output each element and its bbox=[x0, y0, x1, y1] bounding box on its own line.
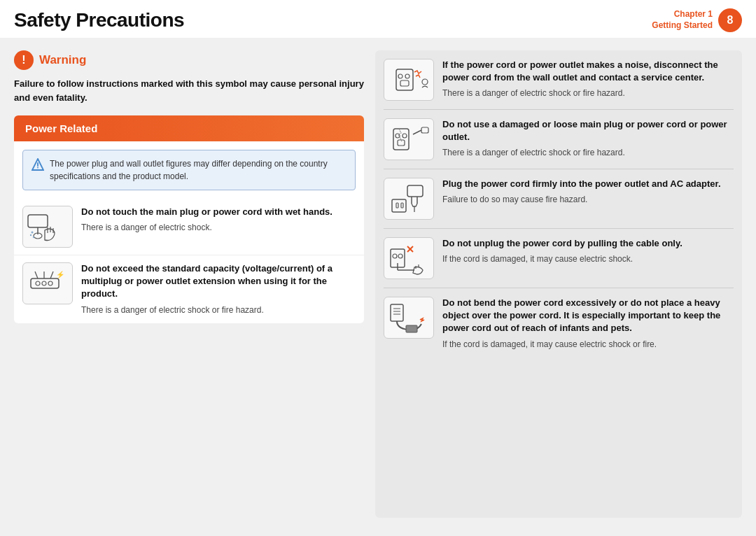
svg-text:⚡: ⚡ bbox=[56, 270, 65, 279]
svg-point-40 bbox=[398, 254, 402, 258]
warning-text: Failure to follow instructions marked wi… bbox=[14, 77, 364, 104]
warning-title: Warning bbox=[39, 53, 86, 67]
right-title-5: Do not bend the power cord excessively o… bbox=[442, 297, 734, 335]
svg-rect-51 bbox=[406, 325, 417, 332]
right-content-4: Do not unplug the power cord by pulling … bbox=[442, 237, 682, 265]
right-image-3 bbox=[384, 178, 434, 220]
multiplug-icon: ⚡ bbox=[25, 265, 70, 302]
svg-point-13 bbox=[36, 281, 40, 285]
right-desc-2: There is a danger of electric shock or f… bbox=[442, 146, 734, 159]
plug-firmly-icon bbox=[386, 180, 431, 218]
right-image-1 bbox=[384, 59, 434, 101]
svg-rect-20 bbox=[396, 69, 413, 90]
svg-rect-12 bbox=[31, 278, 59, 288]
svg-point-15 bbox=[48, 281, 52, 285]
chapter-sub: Getting Started bbox=[652, 20, 713, 31]
svg-point-6 bbox=[31, 232, 34, 234]
item-title-2: Do not exceed the standard capacity (vol… bbox=[81, 262, 356, 301]
chapter-label: Chapter 1 bbox=[652, 9, 713, 20]
svg-point-27 bbox=[402, 134, 407, 138]
right-image-2 bbox=[384, 118, 434, 160]
right-desc-4: If the cord is damaged, it may cause ele… bbox=[442, 253, 682, 265]
right-desc-5: If the cord is damaged, it may cause ele… bbox=[442, 338, 734, 351]
svg-point-24 bbox=[422, 79, 428, 85]
item-title-1: Do not touch the main plug or power cord… bbox=[81, 206, 332, 218]
right-title-4: Do not unplug the power cord by pulling … bbox=[442, 237, 682, 250]
right-image-4 bbox=[384, 237, 434, 279]
right-item-5: Do not bend the power cord excessively o… bbox=[384, 297, 734, 351]
power-cord-noise-icon bbox=[386, 61, 431, 99]
item-image-1 bbox=[22, 206, 73, 248]
power-header: Power Related bbox=[14, 115, 364, 141]
divider-3 bbox=[384, 228, 734, 229]
wet-hands-icon bbox=[25, 208, 70, 246]
right-content-5: Do not bend the power cord excessively o… bbox=[442, 297, 734, 351]
right-item-2: Do not use a damaged or loose main plug … bbox=[384, 118, 734, 160]
page-title: Safety Precautions bbox=[14, 9, 184, 31]
svg-point-2 bbox=[37, 167, 38, 169]
right-item-1: If the power cord or power outlet makes … bbox=[384, 59, 734, 101]
page-header: Safety Precautions Chapter 1 Getting Sta… bbox=[0, 0, 756, 39]
svg-rect-36 bbox=[401, 203, 403, 208]
warning-header: ! Warning bbox=[14, 50, 364, 70]
svg-rect-34 bbox=[392, 199, 406, 212]
right-image-5 bbox=[384, 297, 434, 339]
right-title-2: Do not use a damaged or loose main plug … bbox=[442, 118, 734, 143]
right-desc-1: There is a danger of electric shock or f… bbox=[442, 87, 734, 99]
safety-item-1: Do not touch the main plug or power cord… bbox=[14, 199, 364, 255]
svg-line-16 bbox=[35, 271, 38, 278]
item-desc-1: There is a danger of electric shock. bbox=[81, 221, 332, 234]
svg-rect-47 bbox=[391, 304, 403, 321]
note-icon bbox=[31, 158, 44, 174]
right-item-4: Do not unplug the power cord by pulling … bbox=[384, 237, 734, 279]
left-panel: ! Warning Failure to follow instructions… bbox=[14, 50, 375, 518]
right-desc-3: Failure to do so may cause fire hazard. bbox=[442, 193, 721, 206]
header-right: Chapter 1 Getting Started 8 bbox=[652, 8, 742, 32]
svg-point-39 bbox=[393, 254, 397, 258]
svg-rect-30 bbox=[421, 127, 428, 133]
damaged-plug-icon bbox=[386, 120, 431, 158]
power-section: Power Related The power plug and wall ou… bbox=[14, 115, 364, 323]
item-content-1: Do not touch the main plug or power cord… bbox=[81, 206, 332, 234]
divider-2 bbox=[384, 169, 734, 169]
svg-point-22 bbox=[405, 74, 410, 78]
power-header-text: Power Related bbox=[25, 122, 97, 134]
warning-section: ! Warning Failure to follow instructions… bbox=[14, 50, 364, 104]
right-content-3: Plug the power cord firmly into the powe… bbox=[442, 178, 721, 206]
content-area: ! Warning Failure to follow instructions… bbox=[0, 39, 756, 529]
svg-point-14 bbox=[42, 281, 46, 285]
right-title-3: Plug the power cord firmly into the powe… bbox=[442, 178, 721, 190]
svg-rect-35 bbox=[396, 203, 398, 208]
svg-rect-23 bbox=[400, 80, 409, 86]
svg-rect-3 bbox=[28, 215, 48, 227]
page-badge: 8 bbox=[718, 8, 742, 32]
safety-item-2: ⚡ Do not exceed the standard capacity (v… bbox=[14, 255, 364, 323]
right-panel: If the power cord or power outlet makes … bbox=[375, 50, 742, 518]
unplug-cable-icon bbox=[386, 239, 431, 277]
item-content-2: Do not exceed the standard capacity (vol… bbox=[81, 262, 356, 316]
divider-4 bbox=[384, 288, 734, 288]
svg-rect-31 bbox=[407, 185, 423, 197]
cord-bent-icon bbox=[386, 299, 431, 337]
svg-point-8 bbox=[33, 237, 34, 238]
note-text: The power plug and wall outlet figures m… bbox=[50, 157, 346, 183]
chapter-info: Chapter 1 Getting Started bbox=[652, 9, 713, 31]
svg-point-7 bbox=[30, 234, 31, 236]
right-item-3: Plug the power cord firmly into the powe… bbox=[384, 178, 734, 220]
divider-1 bbox=[384, 109, 734, 110]
item-image-2: ⚡ bbox=[22, 262, 73, 304]
note-box: The power plug and wall outlet figures m… bbox=[22, 150, 356, 190]
right-content-1: If the power cord or power outlet makes … bbox=[442, 59, 734, 99]
svg-point-21 bbox=[398, 74, 402, 78]
svg-line-18 bbox=[50, 271, 53, 278]
svg-line-29 bbox=[413, 130, 421, 134]
right-title-1: If the power cord or power outlet makes … bbox=[442, 59, 734, 84]
right-content-2: Do not use a damaged or loose main plug … bbox=[442, 118, 734, 159]
item-desc-2: There is a danger of electric shock or f… bbox=[81, 304, 356, 316]
warning-icon: ! bbox=[14, 50, 34, 70]
